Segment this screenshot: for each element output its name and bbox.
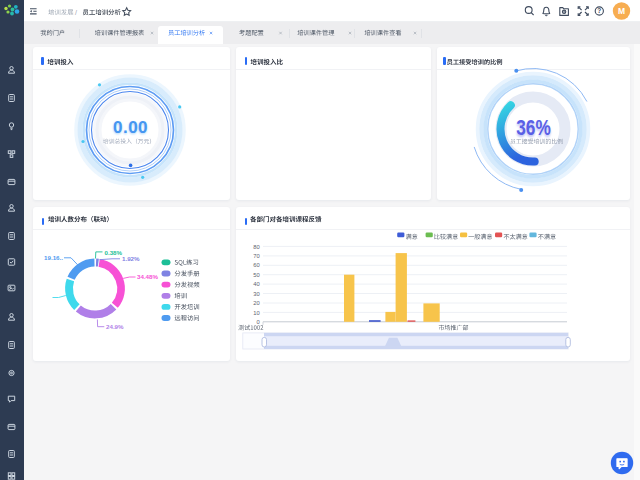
svg-text:10: 10: [253, 310, 259, 316]
svg-text:30: 30: [253, 291, 259, 297]
svg-text:19.16..: 19.16..: [44, 254, 63, 261]
svg-text:70: 70: [253, 253, 259, 259]
svg-text:60: 60: [253, 262, 259, 268]
svg-text:0.00: 0.00: [113, 118, 148, 137]
svg-text:24.9%: 24.9%: [106, 323, 124, 330]
svg-text:34.48%: 34.48%: [137, 273, 158, 280]
svg-text:80: 80: [253, 244, 259, 250]
svg-text:1.92%: 1.92%: [122, 255, 140, 262]
svg-text:36%: 36%: [516, 116, 551, 140]
svg-text:40: 40: [253, 281, 259, 287]
svg-text:20: 20: [253, 300, 259, 306]
svg-text:50: 50: [253, 272, 259, 278]
svg-text:0.38%: 0.38%: [105, 249, 123, 256]
svg-text:0: 0: [256, 319, 259, 325]
